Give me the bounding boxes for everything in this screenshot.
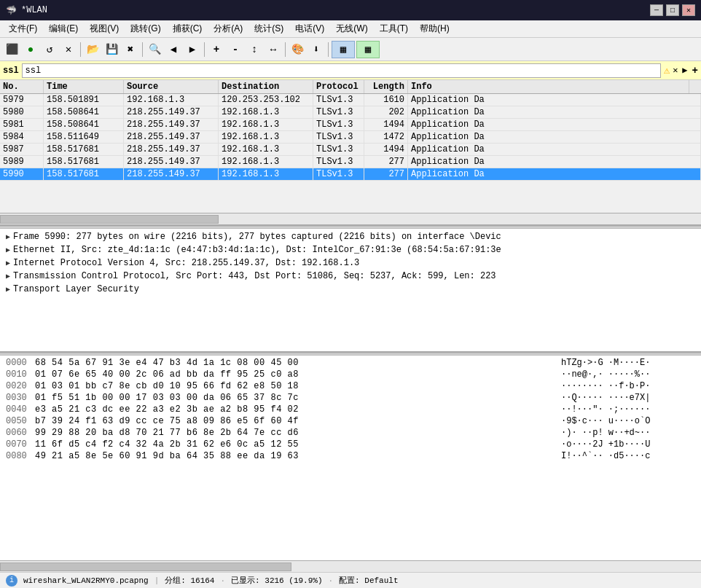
autoscroll-button[interactable]: ⬇ — [308, 41, 325, 58]
close-file-button[interactable]: ✖ — [122, 41, 139, 58]
hex-bytes: 01 03 01 bb c7 8e cb d0 10 95 66 fd 62 e… — [35, 381, 549, 391]
capture-filter-button[interactable]: ▦ — [332, 41, 355, 58]
colorize-button[interactable]: 🎨 — [289, 41, 306, 58]
expand-arrow-icon[interactable]: ▶ — [6, 259, 10, 267]
menu-item-V[interactable]: 电话(V) — [289, 21, 330, 36]
restart-capture-button[interactable]: ↺ — [41, 41, 58, 58]
detail-row[interactable]: ▶Transmission Control Protocol, Src Port… — [0, 270, 701, 283]
prev-button[interactable]: ◀ — [165, 41, 182, 58]
table-row[interactable]: 5980158.508641218.255.149.37192.168.1.3T… — [0, 106, 701, 119]
status-groups: 分组: 16164 — [165, 575, 214, 586]
close-capture-button[interactable]: ✕ — [60, 41, 77, 58]
menu-item-S[interactable]: 统计(S) — [248, 21, 289, 36]
status-separator-2: · — [220, 576, 225, 585]
search-button[interactable]: 🔍 — [146, 41, 163, 58]
filter-add-icon[interactable]: + — [692, 65, 698, 77]
status-bar: i wireshark_WLAN2RMY0.pcapng | 分组: 16164… — [0, 572, 701, 588]
hex-dump: 000068 54 5a 67 91 3e e4 47 b3 4d 1a 1c … — [0, 356, 701, 560]
toolbar-separator-2 — [142, 42, 143, 57]
expand-arrow-icon[interactable]: ▶ — [6, 285, 10, 294]
menu-item-A[interactable]: 分析(A) — [208, 21, 248, 36]
status-displayed: 已显示: 3216 (19.9%) — [231, 575, 322, 586]
table-row[interactable]: 5979158.501891192.168.1.3120.253.253.102… — [0, 94, 701, 106]
detail-row[interactable]: ▶Frame 5990: 277 bytes on wire (2216 bit… — [0, 230, 701, 243]
close-button[interactable]: ✕ — [682, 4, 695, 16]
menu-item-G[interactable]: 跳转(G) — [125, 21, 166, 36]
table-row[interactable]: 5990158.517681218.255.149.37192.168.1.3T… — [0, 168, 701, 181]
toolbar-separator-4 — [285, 42, 286, 57]
zoom-out-button[interactable]: - — [227, 41, 244, 58]
menu-item-T[interactable]: 工具(T) — [374, 21, 414, 36]
hex-ascii: ·9$·c··· u····o`O — [549, 416, 695, 426]
open-file-button[interactable]: 📂 — [84, 41, 101, 58]
toolbar-separator-3 — [204, 42, 205, 57]
packet-list: No. Time Source Destination Protocol Len… — [0, 80, 701, 226]
table-row[interactable]: 5989158.517681218.255.149.37192.168.1.3T… — [0, 156, 701, 168]
menu-item-W[interactable]: 无线(W) — [330, 21, 373, 36]
packet-list-hscroll-thumb[interactable] — [0, 215, 219, 224]
hex-bytes: 01 07 6e 65 40 00 2c 06 ad bb da ff 95 2… — [35, 369, 549, 380]
toolbar-separator-1 — [80, 42, 81, 57]
hex-offset: 0030 — [6, 393, 35, 403]
menu-item-H[interactable]: 帮助(H) — [414, 21, 455, 36]
hex-offset: 0000 — [6, 358, 35, 368]
menu-item-E[interactable]: 编辑(E) — [43, 21, 84, 36]
detail-row[interactable]: ▶Internet Protocol Version 4, Src: 218.2… — [0, 256, 701, 270]
detail-text: Ethernet II, Src: zte_4d:1a:1c (e4:47:b3… — [13, 245, 501, 255]
column-header-time: Time — [44, 80, 124, 93]
minimize-button[interactable]: ─ — [650, 4, 663, 16]
table-row[interactable]: 5984158.511649218.255.149.37192.168.1.3T… — [0, 131, 701, 144]
expand-arrow-icon[interactable]: ▶ — [6, 246, 10, 254]
packet-list-hscroll[interactable] — [0, 213, 701, 224]
expand-arrow-icon[interactable]: ▶ — [6, 232, 10, 241]
scrollbar-spacer — [689, 80, 701, 93]
menu-item-V[interactable]: 视图(V) — [84, 21, 125, 36]
hex-hscroll[interactable] — [0, 560, 701, 572]
zoom-reset-button[interactable]: ↕ — [246, 41, 263, 58]
filter-warning-icon: ⚠ — [664, 64, 670, 77]
filter-clear-icon[interactable]: ✕ — [673, 65, 678, 76]
hex-bytes: 49 21 a5 8e 5e 60 91 9d ba 64 35 88 ee d… — [35, 451, 549, 461]
filter-input[interactable] — [22, 63, 661, 78]
display-filter-button[interactable]: ▦ — [356, 41, 380, 58]
column-header-source: Source — [124, 80, 219, 93]
column-header-no: No. — [0, 80, 44, 93]
table-row[interactable]: 5987158.517681218.255.149.37192.168.1.3T… — [0, 144, 701, 156]
status-profile: 配置: Default — [339, 575, 398, 586]
hex-bytes: 11 6f d5 c4 f2 c4 32 4a 2b 31 62 e6 0c a… — [35, 439, 549, 450]
detail-text: Transport Layer Security — [13, 284, 139, 294]
hex-row: 008049 21 a5 8e 5e 60 91 9d ba 64 35 88 … — [0, 450, 701, 462]
column-header-info: Info — [408, 80, 689, 93]
filter-arrow-icon[interactable]: ▶ — [682, 65, 687, 76]
zoom-in-button[interactable]: + — [208, 41, 225, 58]
filter-label: ssl — [3, 66, 19, 76]
status-separator-3: · — [329, 576, 334, 585]
maximize-button[interactable]: □ — [666, 4, 679, 16]
hex-ascii: ·)· ··p! w··+d~·· — [549, 428, 695, 438]
hex-offset: 0050 — [6, 416, 35, 426]
hex-offset: 0010 — [6, 369, 35, 380]
menu-item-F[interactable]: 文件(F) — [3, 21, 43, 36]
resize-columns-button[interactable]: ↔ — [265, 41, 282, 58]
save-file-button[interactable]: 💾 — [103, 41, 120, 58]
start-capture-button[interactable]: ● — [22, 41, 39, 58]
hex-row: 0040e3 a5 21 c3 dc ee 22 a3 e2 3b ae a2 … — [0, 404, 701, 415]
hex-bytes: 68 54 5a 67 91 3e e4 47 b3 4d 1a 1c 08 0… — [35, 358, 549, 368]
column-header-protocol: Protocol — [313, 80, 364, 93]
detail-row[interactable]: ▶Transport Layer Security — [0, 283, 701, 296]
title-bar-left: 🦈 *WLAN — [6, 5, 47, 16]
table-row[interactable]: 5981158.508641218.255.149.37192.168.1.3T… — [0, 119, 701, 131]
hex-row: 003001 f5 51 1b 00 00 17 03 03 00 da 06 … — [0, 392, 701, 404]
hex-hscroll-thumb[interactable] — [0, 562, 291, 571]
detail-row[interactable]: ▶Ethernet II, Src: zte_4d:1a:1c (e4:47:b… — [0, 243, 701, 256]
hex-ascii: I!··^`·· ·d5····c — [549, 451, 695, 461]
expand-arrow-icon[interactable]: ▶ — [6, 272, 10, 281]
hex-row: 007011 6f d5 c4 f2 c4 32 4a 2b 31 62 e6 … — [0, 439, 701, 450]
next-button[interactable]: ▶ — [184, 41, 201, 58]
hex-row: 006099 29 88 20 ba d8 70 21 77 b6 8e 2b … — [0, 427, 701, 439]
menu-item-C[interactable]: 捕获(C) — [167, 21, 208, 36]
stop-capture-button[interactable]: ⬛ — [3, 41, 20, 58]
menu-bar: 文件(F)编辑(E)视图(V)跳转(G)捕获(C)分析(A)统计(S)电话(V)… — [0, 20, 701, 38]
title-bar: 🦈 *WLAN ─ □ ✕ — [0, 0, 701, 20]
hex-bytes: e3 a5 21 c3 dc ee 22 a3 e2 3b ae a2 b8 9… — [35, 404, 549, 415]
